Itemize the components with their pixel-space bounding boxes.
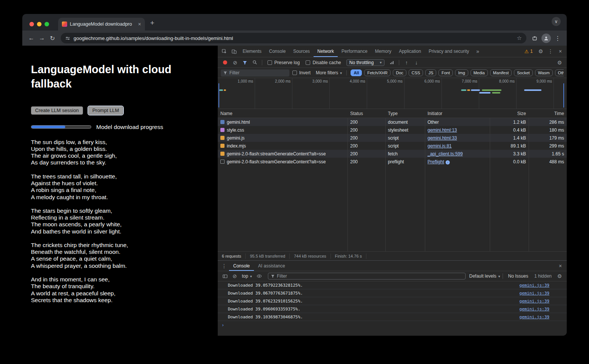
disable-cache-checkbox[interactable]: Disable cache	[306, 60, 341, 65]
devtools-tab[interactable]: Network	[314, 46, 338, 57]
import-har-icon[interactable]: ↑	[401, 58, 411, 67]
network-settings-icon[interactable]: ⚙	[555, 58, 564, 67]
console-message[interactable]: Downloaded 39.06707763671875%. gemini.js…	[218, 289, 567, 297]
hidden-messages-count[interactable]: 1 hidden	[534, 273, 552, 279]
devtools-tab[interactable]: Console	[265, 46, 289, 57]
zoom-window-button[interactable]	[45, 22, 49, 26]
console-source-link[interactable]: gemini.js:39	[520, 291, 549, 296]
column-header-initiator[interactable]: Initiator	[425, 111, 490, 116]
column-header-name[interactable]: Name	[218, 111, 348, 116]
devtools-close-icon[interactable]: ×	[555, 47, 565, 56]
filter-chip[interactable]: Font	[438, 69, 453, 76]
console-source-link[interactable]: gemini.js:39	[520, 315, 549, 319]
filter-chip[interactable]: Socket	[514, 69, 533, 76]
filter-chip[interactable]: Media	[471, 69, 488, 76]
network-request-row[interactable]: style.css 200 stylesheet gemini.html:13i…	[218, 126, 567, 134]
column-header-type[interactable]: Type	[385, 111, 425, 116]
console-message[interactable]: Downloaded 39.0960693359375%. gemini.js:…	[218, 305, 567, 313]
column-header-size[interactable]: Size	[490, 111, 529, 116]
network-request-row[interactable]: gemini.js 200 script gemini.html:33i 1.4…	[218, 134, 567, 142]
more-filters-dropdown[interactable]: More filters▾	[316, 70, 342, 75]
filter-toggle-icon[interactable]	[240, 58, 250, 67]
devtools-tab[interactable]: Application	[395, 46, 425, 57]
network-request-row[interactable]: gemini-2.0-flash:streamGenerateContent?a…	[218, 158, 567, 166]
console-prompt[interactable]: ›	[218, 321, 567, 329]
record-network-log-button[interactable]	[223, 60, 227, 65]
minimize-window-button[interactable]	[37, 22, 42, 26]
new-tab-button[interactable]: +	[145, 19, 154, 29]
more-panels-icon[interactable]: »	[473, 47, 483, 56]
column-header-time[interactable]: Time	[529, 111, 567, 116]
devtools-tab[interactable]: Performance	[338, 46, 371, 57]
devtools-tab[interactable]: Sources	[289, 46, 314, 57]
reload-button[interactable]: ↻	[47, 33, 58, 43]
invert-checkbox[interactable]: Invert	[292, 70, 311, 75]
filter-chip[interactable]: CSS	[409, 69, 423, 76]
tab-search-icon[interactable]: ∨	[552, 17, 561, 26]
network-conditions-icon[interactable]	[387, 58, 397, 67]
site-info-icon[interactable]	[65, 36, 70, 41]
initiator-link[interactable]: Other	[428, 120, 439, 125]
bookmark-star-icon[interactable]: ☆	[517, 35, 522, 41]
console-context-select[interactable]: top▾	[240, 273, 254, 279]
network-request-row[interactable]: gemini.html 200 document Otheri 1.2 kB 2…	[218, 118, 567, 126]
drawer-tab-console[interactable]: Console	[229, 261, 254, 271]
address-bar[interactable]: googlechrome.github.io/samples/downloadi…	[61, 33, 526, 43]
console-source-link[interactable]: gemini.js:39	[520, 283, 549, 288]
browser-tab[interactable]: LanguageModel downloadpro ×	[58, 18, 145, 31]
console-sidebar-icon[interactable]	[220, 272, 230, 281]
network-overview-timeline[interactable]: 1,000 ms 2,000 ms 3,000 ms 4,000 ms 5,00…	[218, 78, 567, 109]
search-icon[interactable]	[250, 58, 260, 67]
inspect-element-icon[interactable]	[219, 47, 229, 56]
initiator-link[interactable]: gemini.js:81	[428, 143, 452, 149]
devtools-tab[interactable]: Privacy and security	[425, 46, 473, 57]
filter-chip[interactable]: Fetch/XHR	[364, 69, 391, 76]
prompt-llm-button[interactable]: Prompt LLM	[88, 106, 123, 115]
extensions-icon[interactable]	[529, 33, 540, 43]
clear-network-log-icon[interactable]: ⊘	[230, 58, 240, 67]
filter-chip[interactable]: Img	[455, 69, 468, 76]
network-filter-input[interactable]: Filter	[221, 69, 289, 77]
network-request-row[interactable]: gemini-2.0-flash:streamGenerateContent?a…	[218, 150, 567, 158]
drawer-tab-ai-assistance[interactable]: AI assistance	[254, 261, 289, 271]
initiator-link[interactable]: Preflight	[428, 159, 444, 164]
issues-warning-badge[interactable]: ⚠1	[521, 49, 536, 54]
browser-menu-icon[interactable]: ⋮	[552, 33, 563, 43]
filter-chip[interactable]: Manifest	[490, 69, 512, 76]
device-toolbar-icon[interactable]	[229, 47, 239, 56]
issues-status[interactable]: No Issues	[508, 273, 528, 279]
forward-button[interactable]: →	[37, 33, 47, 43]
throttling-select[interactable]: No throttling▾	[346, 59, 385, 66]
filter-chip[interactable]: Doc	[393, 69, 406, 76]
back-button[interactable]: ←	[26, 33, 37, 43]
console-message[interactable]: Downloaded 39.07623291015625%. gemini.js…	[218, 297, 567, 305]
network-request-row[interactable]: index.mjs 200 script gemini.js:81i 89.1 …	[218, 142, 567, 150]
devtools-menu-icon[interactable]: ⋮	[546, 47, 555, 56]
profile-avatar[interactable]	[541, 34, 551, 43]
live-expression-eye-icon[interactable]	[254, 272, 264, 281]
devtools-tab[interactable]: Memory	[371, 46, 395, 57]
export-har-icon[interactable]: ↓	[411, 58, 421, 67]
filter-chip[interactable]: JS	[425, 69, 436, 76]
devtools-tab[interactable]: Elements	[239, 46, 265, 57]
column-header-status[interactable]: Status	[348, 111, 385, 116]
console-message[interactable]: Downloaded 39.05792236328125%. gemini.js…	[218, 281, 567, 289]
devtools-settings-icon[interactable]: ⚙	[536, 47, 546, 56]
filter-chip[interactable]: Wasm	[535, 69, 553, 76]
console-message[interactable]: Downloaded 39.10369873046875%. gemini.js…	[218, 313, 567, 321]
preserve-log-checkbox[interactable]: Preserve log	[268, 60, 300, 65]
console-source-link[interactable]: gemini.js:39	[520, 307, 549, 312]
clear-console-icon[interactable]: ⊘	[230, 272, 240, 281]
filter-chip[interactable]: Other	[555, 69, 564, 76]
initiator-link[interactable]: _api_client.ts:599	[428, 151, 463, 157]
tab-close-icon[interactable]: ×	[137, 21, 142, 27]
initiator-link[interactable]: gemini.html:33	[428, 135, 457, 141]
default-levels-dropdown[interactable]: Default levels▾	[469, 273, 500, 279]
initiator-link[interactable]: gemini.html:13	[428, 127, 457, 133]
console-settings-icon[interactable]: ⚙	[555, 272, 564, 281]
drawer-close-icon[interactable]: ×	[555, 261, 565, 270]
console-source-link[interactable]: gemini.js:39	[520, 299, 549, 304]
console-filter-input[interactable]: Filter	[268, 273, 466, 280]
create-llm-session-button[interactable]: Create LLM session	[31, 106, 83, 115]
close-window-button[interactable]	[29, 22, 34, 26]
